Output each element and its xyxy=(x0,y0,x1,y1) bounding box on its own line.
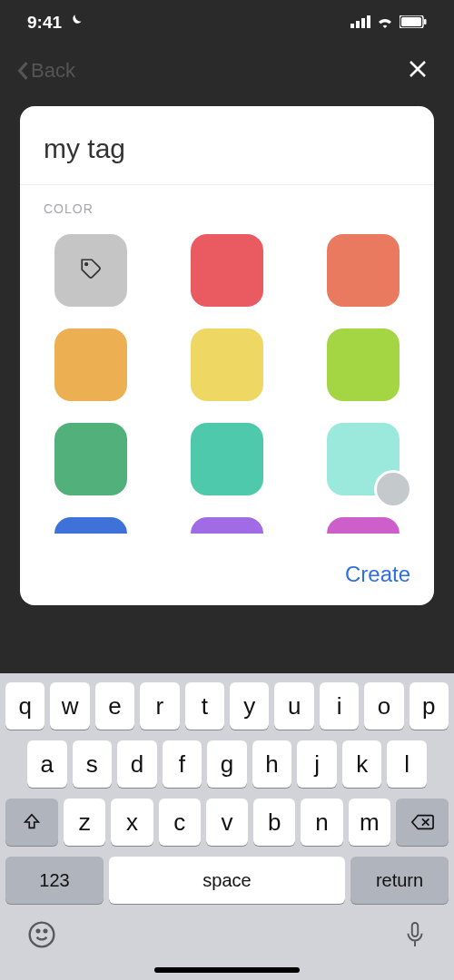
home-indicator[interactable] xyxy=(154,967,300,973)
color-swatch-purple[interactable] xyxy=(191,517,263,534)
key-space[interactable]: space xyxy=(109,857,345,904)
color-swatch-pink[interactable] xyxy=(327,517,400,534)
svg-point-9 xyxy=(37,930,40,933)
color-swatch-orange[interactable] xyxy=(54,328,127,401)
status-time: 9:41 xyxy=(27,13,62,33)
create-tag-modal: COLOR Create xyxy=(20,106,434,605)
mic-icon[interactable] xyxy=(403,920,427,958)
svg-rect-2 xyxy=(361,18,365,28)
dnd-moon-icon xyxy=(67,13,84,34)
key-d[interactable]: d xyxy=(117,740,157,788)
dimmed-header: Back xyxy=(0,45,454,95)
key-a[interactable]: a xyxy=(27,740,67,788)
key-g[interactable]: g xyxy=(207,740,247,788)
key-shift[interactable] xyxy=(5,799,58,846)
svg-rect-0 xyxy=(350,24,354,28)
key-e[interactable]: e xyxy=(95,682,134,730)
key-u[interactable]: u xyxy=(274,682,313,730)
svg-rect-5 xyxy=(401,17,421,26)
key-h[interactable]: h xyxy=(252,740,292,788)
key-o[interactable]: o xyxy=(364,682,403,730)
color-swatch-grid xyxy=(44,234,410,544)
svg-point-7 xyxy=(85,263,88,266)
tag-name-input[interactable] xyxy=(44,133,410,173)
color-swatch-coral[interactable] xyxy=(327,234,400,307)
create-button[interactable]: Create xyxy=(345,562,410,587)
svg-point-10 xyxy=(44,930,47,933)
color-swatch-green[interactable] xyxy=(54,423,127,495)
svg-point-8 xyxy=(30,923,54,947)
color-section-label: COLOR xyxy=(44,201,410,216)
color-swatch-red[interactable] xyxy=(191,234,263,307)
back-button: Back xyxy=(16,59,75,83)
key-s[interactable]: s xyxy=(73,740,113,788)
close-icon[interactable] xyxy=(407,55,429,86)
svg-rect-1 xyxy=(356,21,360,28)
color-swatch-teal[interactable] xyxy=(191,423,263,495)
key-l[interactable]: l xyxy=(387,740,427,788)
key-t[interactable]: t xyxy=(185,682,224,730)
wifi-icon xyxy=(376,13,394,33)
key-m[interactable]: m xyxy=(349,799,390,846)
key-p[interactable]: p xyxy=(410,682,449,730)
key-backspace[interactable] xyxy=(396,799,449,846)
key-j[interactable]: j xyxy=(297,740,337,788)
key-x[interactable]: x xyxy=(111,799,153,846)
key-n[interactable]: n xyxy=(301,799,342,846)
key-w[interactable]: w xyxy=(50,682,89,730)
color-swatch-yellow[interactable] xyxy=(191,328,263,401)
divider xyxy=(20,184,434,185)
key-b[interactable]: b xyxy=(253,799,295,846)
svg-rect-11 xyxy=(412,923,419,936)
key-f[interactable]: f xyxy=(163,740,202,788)
key-r[interactable]: r xyxy=(140,682,179,730)
key-z[interactable]: z xyxy=(64,799,105,846)
key-k[interactable]: k xyxy=(342,740,382,788)
battery-icon xyxy=(400,13,427,33)
key-i[interactable]: i xyxy=(320,682,359,730)
key-return[interactable]: return xyxy=(350,857,449,904)
key-123[interactable]: 123 xyxy=(5,857,104,904)
svg-rect-6 xyxy=(424,19,427,24)
color-swatch-blue[interactable] xyxy=(54,517,127,534)
status-bar: 9:41 xyxy=(0,0,454,45)
touch-indicator xyxy=(374,470,410,508)
emoji-icon[interactable] xyxy=(27,920,56,958)
svg-rect-3 xyxy=(367,15,370,28)
key-c[interactable]: c xyxy=(159,799,201,846)
color-swatch-gray[interactable] xyxy=(54,234,127,307)
key-v[interactable]: v xyxy=(206,799,248,846)
key-q[interactable]: q xyxy=(5,682,44,730)
color-swatch-lime[interactable] xyxy=(327,328,400,401)
tag-icon xyxy=(79,257,103,284)
back-label: Back xyxy=(31,59,75,83)
key-y[interactable]: y xyxy=(230,682,269,730)
color-swatch-mint[interactable] xyxy=(327,423,400,495)
cell-signal-icon xyxy=(350,13,370,33)
keyboard: q w e r t y u i o p a s d f g h j k l z … xyxy=(0,673,454,980)
